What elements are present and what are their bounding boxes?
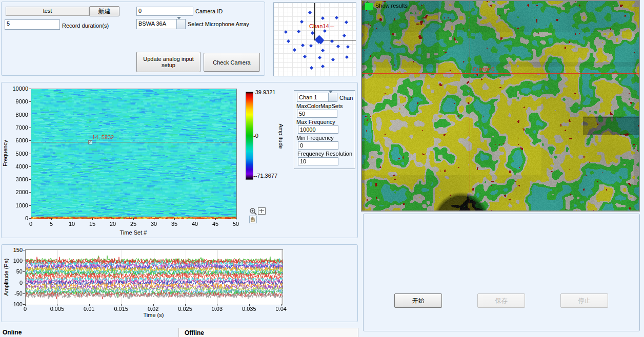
tick-mark [23, 261, 25, 261]
mic-array-select-value: BSWA 36A [138, 20, 166, 27]
mic-position-dot [303, 55, 307, 58]
waveform-x-tick: 0.035 [237, 306, 261, 312]
tick-mark [23, 283, 25, 283]
spectrogram-canvas[interactable] [31, 89, 236, 219]
mic-axis-vline [314, 3, 315, 40]
tick-mark [51, 218, 52, 220]
spectrogram-x-tick: 30 [148, 221, 160, 227]
camera-id-field[interactable]: 0 [136, 7, 193, 16]
camera-cursor-hline[interactable] [362, 73, 639, 74]
record-duration-field[interactable]: 5 [5, 19, 60, 30]
spectrogram-x-tick: 45 [209, 221, 222, 227]
camera-view[interactable]: Cursor 0 Show results [361, 0, 640, 212]
tick-mark [29, 192, 31, 193]
colorbar-max-label: -39.9321 [253, 89, 275, 95]
spectrogram-x-tick: 35 [168, 221, 180, 227]
mic-array-plot[interactable]: Chan14 [273, 2, 356, 76]
amplitude-colorbar [246, 92, 253, 180]
waveform-x-tick: 0.015 [109, 306, 133, 312]
zoom-magnifier-icon[interactable] [249, 207, 257, 216]
tick-mark [215, 218, 216, 220]
spectrogram-panel: Frequency 14, 5932 Time Set # -39.9321 -… [1, 82, 358, 238]
test-name-field[interactable]: test [6, 7, 89, 16]
max-colormap-field[interactable]: 50 [297, 110, 337, 118]
update-analog-input-button[interactable]: Update analog input setup [136, 52, 200, 72]
mic-array-label: Select Microphone Array [188, 21, 249, 27]
colorbar-min-label: --71.3677 [253, 173, 277, 179]
camera-overlay-canvas[interactable] [362, 1, 639, 210]
spectrogram-y-tick: 8000 [2, 112, 28, 118]
mic-position-dot [309, 44, 313, 48]
waveform-x-tick: 0.025 [173, 306, 197, 312]
spectrogram-y-tick: 3000 [2, 176, 28, 182]
tick-mark [29, 128, 31, 128]
mic-position-dot [321, 16, 325, 20]
max-frequency-label: Max Frequency [296, 119, 335, 125]
new-button[interactable]: 新建 [89, 6, 119, 16]
spectrogram-x-tick: 5 [45, 221, 57, 227]
tick-mark [195, 218, 195, 220]
cursor-marker-icon [88, 140, 92, 144]
show-results-label: Show results [375, 3, 408, 9]
spectrogram-y-tick: 10000 [2, 86, 28, 92]
channel-select[interactable]: Chan 1 [297, 93, 337, 102]
spectrogram-x-tick: 50 [230, 221, 242, 227]
spectrogram-x-tick: 0 [25, 221, 37, 227]
mic-position-dot [321, 65, 325, 68]
spectrogram-y-tick: 2000 [2, 189, 28, 195]
spectrogram-x-tick: 15 [86, 221, 98, 227]
spectrogram-x-tick: 20 [107, 221, 119, 227]
spectrogram-x-axis-title: Time Set # [31, 229, 236, 236]
waveform-canvas[interactable] [26, 250, 283, 305]
frequency-resolution-field[interactable]: 10 [298, 157, 338, 165]
mic-position-dot [345, 55, 349, 59]
mic-position-dot [284, 30, 288, 34]
waveform-x-tick: 0.02 [141, 306, 166, 312]
check-camera-button[interactable]: Check Camera [204, 53, 260, 72]
mic-position-dot [310, 66, 313, 70]
tick-mark [31, 218, 31, 220]
waveform-y-tick: 150 [2, 247, 23, 253]
tick-mark [29, 89, 31, 89]
spectrogram-y-tick: 1000 [2, 202, 28, 208]
channel-select-value: Chan 1 [299, 94, 317, 100]
camera-cursor-vline[interactable] [470, 1, 470, 210]
cursor-move-tool-icon[interactable] [258, 207, 266, 215]
mic-position-dot [321, 49, 325, 52]
spectrogram-cursor-vline[interactable] [90, 89, 90, 219]
mic-position-dot [300, 20, 304, 24]
waveform-x-tick: 0.01 [77, 306, 102, 312]
mic-position-dot [335, 16, 338, 19]
frequency-resolution-label: Frequency Resolution [297, 151, 352, 157]
colorbar-axis-title: Amplitude [277, 118, 284, 154]
tick-mark [113, 218, 113, 220]
camera-id-label: Camera ID [195, 8, 223, 14]
stop-button[interactable]: 停止 [560, 293, 608, 308]
tick-mark [29, 179, 31, 180]
show-results-checkbox[interactable] [365, 3, 373, 10]
waveform-x-tick: 0 [13, 306, 37, 312]
mic-position-dot [287, 39, 290, 43]
spectrogram-y-tick: 5000 [2, 151, 28, 157]
min-frequency-field[interactable]: 0 [298, 141, 338, 150]
spectrogram-plot[interactable]: 14, 5932 [31, 89, 237, 219]
run-control-panel: 开始 保存 停止 [363, 214, 640, 331]
camera-cursor-label: Cursor 0 [473, 66, 494, 72]
spectrogram-cursor-hline[interactable] [31, 142, 236, 142]
tick-mark [29, 115, 31, 115]
tick-mark [29, 154, 31, 154]
start-button[interactable]: 开始 [394, 293, 442, 308]
mic-position-dot [318, 56, 321, 59]
waveform-y-tick: 100 [2, 258, 23, 264]
spectrogram-y-tick: 9000 [2, 98, 28, 104]
save-button[interactable]: 保存 [477, 293, 525, 308]
chevron-down-icon[interactable] [328, 93, 337, 101]
record-duration-label: Record duration(s) [62, 23, 109, 29]
waveform-y-tick: 0 [2, 280, 23, 286]
waveform-plot[interactable] [25, 249, 283, 305]
mic-array-select[interactable]: BSWA 36A [136, 19, 186, 29]
max-frequency-field[interactable]: 10000 [298, 125, 338, 134]
waveform-y-tick: 50 [2, 268, 23, 275]
pan-hand-icon[interactable] [249, 216, 257, 223]
chevron-down-icon[interactable] [176, 19, 185, 29]
